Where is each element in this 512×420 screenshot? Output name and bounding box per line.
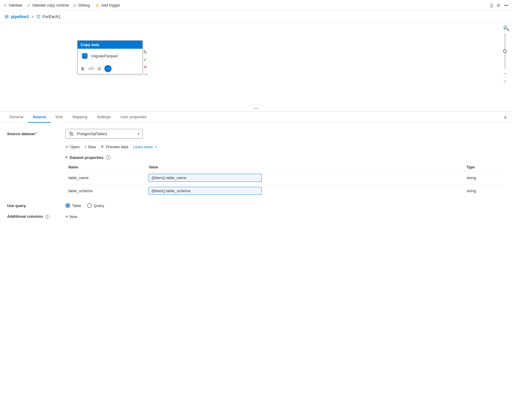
preview-label: Preview data <box>106 145 128 149</box>
foreach-label: ForEach1 <box>43 14 61 19</box>
more-icon[interactable]: ••• <box>504 3 508 8</box>
add-column-button[interactable]: + New <box>65 214 77 219</box>
row1-value-input[interactable] <box>149 174 262 182</box>
foreach-icon: ⊡ <box>36 14 40 19</box>
dataset-properties-table: Name Value Type table_name string tab <box>65 163 505 197</box>
node-actions: 🗑 </> ⧉ → <box>78 63 142 74</box>
properties-panel: General Source Sink Mapping Settings Use… <box>0 112 512 231</box>
dataset-props-header[interactable]: ▾ Dataset properties i <box>65 155 505 160</box>
row2-value-input[interactable] <box>149 187 262 195</box>
pipeline-icon: ⊞ <box>5 14 9 19</box>
settings-icon[interactable]: ⚙ <box>497 3 500 8</box>
validate-copy-runtime-button[interactable]: ✓ Validate copy runtime <box>27 3 69 8</box>
code-icon[interactable]: {} <box>490 3 493 8</box>
source-dataset-dropdown[interactable]: 🐘 PostgreSqlTable1 ▾ <box>65 129 143 139</box>
zoom-out-button[interactable]: − <box>501 70 508 77</box>
tab-settings[interactable]: Settings <box>92 112 116 123</box>
tab-mapping[interactable]: Mapping <box>68 112 92 123</box>
zoom-slider-handle <box>503 49 507 53</box>
form-area: Source dataset* 🐘 PostgreSqlTable1 ▾ ✏ O… <box>0 123 512 231</box>
trigger-icon: ⚡ <box>95 3 100 8</box>
open-dataset-button[interactable]: ✏ Open <box>65 145 80 149</box>
copy-button[interactable]: ⧉ <box>98 66 101 71</box>
validate-button[interactable]: ✓ Validate <box>4 3 22 8</box>
source-dataset-label: Source dataset* <box>7 132 61 136</box>
use-query-label: Use query <box>7 203 61 208</box>
breadcrumb: ⊞ pipeline1 > ⊡ ForEach1 <box>0 11 512 23</box>
debug-label: Debug <box>78 3 90 7</box>
row2-type: string <box>464 184 505 198</box>
additional-cols-info-icon: i <box>45 215 49 219</box>
collapse-panel-button[interactable]: ∧ <box>504 114 507 120</box>
rotate-icon: ↻ <box>143 49 148 55</box>
row1-value-cell <box>146 171 464 184</box>
collapse-handle[interactable]: — <box>253 105 259 111</box>
toolbar-right: {} ⚙ ••• <box>490 3 508 8</box>
col-header-value: Value <box>146 163 464 171</box>
table-row: table_schema string <box>65 184 505 198</box>
col-header-type: Type <box>464 163 505 171</box>
breadcrumb-separator: > <box>32 14 34 19</box>
dataset-properties: ▾ Dataset properties i Name Value Type t… <box>65 155 505 197</box>
validate-copy-icon: ✓ <box>27 3 31 8</box>
table-radio-button[interactable] <box>65 203 70 208</box>
zoom-slider[interactable] <box>505 33 505 69</box>
action-row: ✏ Open + New 👁 Preview data Learn more ↗ <box>7 145 505 149</box>
row2-value-cell <box>146 184 464 198</box>
query-radio-option[interactable]: Query <box>87 203 104 208</box>
additional-columns-label: Additional columns i <box>7 214 61 219</box>
chevron-down-icon: ▾ <box>138 132 139 136</box>
code-button[interactable]: </> <box>88 66 94 71</box>
use-query-row: Use query Table Query <box>7 203 505 208</box>
plus-icon: + <box>65 214 68 219</box>
fit-button[interactable]: ⤢ <box>502 78 508 84</box>
activity-name: migrateParquet <box>91 54 118 58</box>
tab-user-properties[interactable]: User properties <box>115 112 151 123</box>
learn-more-label: Learn more <box>133 145 153 149</box>
row2-name: table_schema <box>65 184 146 198</box>
debug-icon: ▷ <box>74 3 77 8</box>
svg-point-3 <box>82 55 88 57</box>
plus-icon: + <box>84 145 87 149</box>
pipeline-label: pipeline1 <box>11 14 29 19</box>
dataset-value: PostgreSqlTable1 <box>77 132 135 136</box>
validate-copy-label: Validate copy runtime <box>32 3 69 7</box>
table-option-label: Table <box>72 203 81 208</box>
add-trigger-label: Add trigger <box>101 3 120 7</box>
preview-data-button[interactable]: 👁 Preview data <box>100 145 128 149</box>
query-options: Table Query <box>65 203 104 208</box>
tab-sink[interactable]: Sink <box>51 112 67 123</box>
check-icon: ✓ <box>143 57 148 62</box>
open-button[interactable]: → <box>104 65 111 72</box>
query-option-label: Query <box>94 203 104 208</box>
toolbar: ✓ Validate ✓ Validate copy runtime ▷ Deb… <box>0 0 512 11</box>
info-icon: i <box>106 155 111 160</box>
new-dataset-button[interactable]: + New <box>84 145 96 149</box>
tab-source[interactable]: Source <box>28 112 51 123</box>
add-trigger-button[interactable]: ⚡ Add trigger <box>95 3 120 8</box>
query-radio-button[interactable] <box>87 203 92 208</box>
external-link-icon: ↗ <box>154 145 157 149</box>
node-side-icons: ↻ ✓ ✕ → <box>143 49 148 77</box>
zoom-in-button[interactable]: + <box>501 25 508 32</box>
additional-columns-row: Additional columns i + New <box>7 214 505 219</box>
table-header-row: Name Value Type <box>65 163 505 171</box>
source-dataset-row: Source dataset* 🐘 PostgreSqlTable1 ▾ <box>7 129 505 139</box>
new-column-label: New <box>70 214 77 219</box>
preview-icon: 👁 <box>100 145 104 149</box>
canvas-area: 🔍 Copy data migrateParquet 🗑 </> ⧉ → <box>0 23 512 112</box>
pipeline-link[interactable]: pipeline1 <box>11 14 29 19</box>
debug-button[interactable]: ▷ Debug <box>74 3 90 8</box>
table-radio-option[interactable]: Table <box>65 203 81 208</box>
open-label: Open <box>70 145 80 149</box>
table-row: table_name string <box>65 171 505 184</box>
delete-button[interactable]: 🗑 <box>81 66 85 71</box>
node-body: migrateParquet <box>78 49 142 63</box>
zoom-controls: + − ⤢ <box>500 23 510 87</box>
new-label: New <box>88 145 96 149</box>
tab-general[interactable]: General <box>5 112 28 123</box>
learn-more-link[interactable]: Learn more ↗ <box>133 145 157 149</box>
tabs-list: General Source Sink Mapping Settings Use… <box>5 112 151 123</box>
dataset-props-title: Dataset properties <box>70 155 103 160</box>
row1-type: string <box>464 171 505 184</box>
